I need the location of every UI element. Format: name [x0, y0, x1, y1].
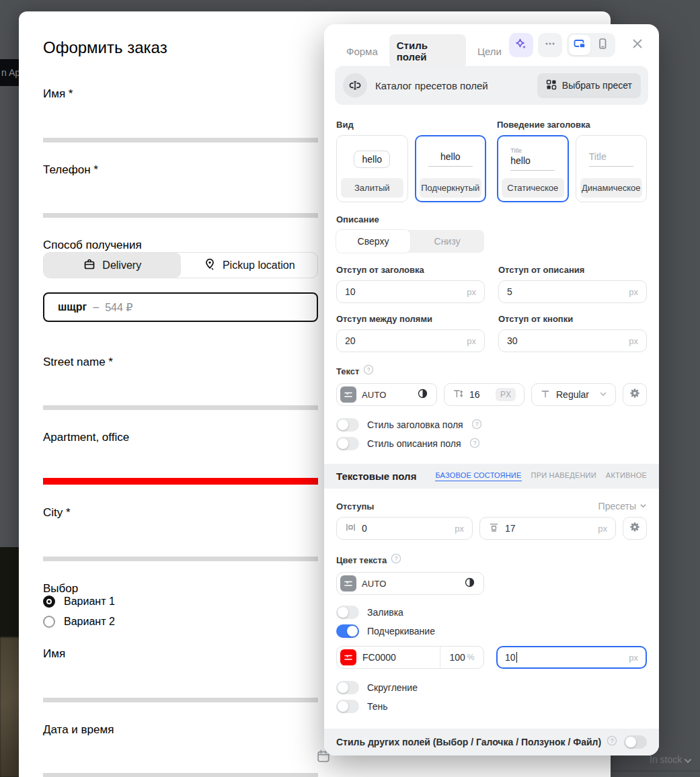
tab-field-style[interactable]: Стиль полей — [389, 34, 466, 68]
shadow-toggle-row: Тень — [336, 700, 647, 713]
description-position-toggle: Сверху Снизу — [336, 230, 484, 253]
description-top-option[interactable]: Сверху — [336, 230, 410, 253]
help-icon[interactable]: ? — [471, 419, 482, 432]
rounding-toggle[interactable] — [336, 681, 359, 694]
behavior-card-dynamic[interactable]: Title Динамическое — [576, 135, 648, 202]
more-options-button[interactable] — [538, 33, 562, 57]
horizontal-padding-input[interactable]: 0 px — [336, 517, 473, 540]
chevron-down-icon — [684, 755, 692, 768]
presets-dropdown[interactable]: Пресеты — [598, 501, 647, 512]
field-title-style-toggle[interactable] — [336, 418, 359, 432]
field-description-style-toggle[interactable] — [336, 437, 359, 450]
font-size-input[interactable]: 16 PX — [444, 383, 524, 406]
sparkle-icon — [514, 36, 529, 54]
paddings-gear-button[interactable] — [623, 517, 647, 540]
tab-goals[interactable]: Цели — [470, 40, 509, 63]
name-field-input[interactable] — [43, 138, 318, 142]
name2-field-input[interactable] — [43, 698, 318, 702]
street-field-label: Street name * — [43, 356, 113, 369]
background-photo — [0, 637, 20, 777]
font-weight-icon — [540, 388, 551, 401]
delivery-tabs: Delivery Pickup location — [43, 252, 318, 278]
delivery-method-label: Способ получения — [43, 239, 142, 252]
underline-color-picker[interactable]: FC0000 100 % — [336, 646, 484, 669]
gear-icon — [629, 521, 641, 536]
spacing-between-input[interactable]: 20 px — [336, 329, 485, 352]
text-color-picker-field[interactable]: AUTO — [336, 572, 484, 595]
product-select-field[interactable]: шщрг – 544 ₽ — [43, 292, 318, 322]
spacing-description-input[interactable]: 5 px — [498, 280, 647, 303]
in-stock-label: In stock — [650, 754, 682, 765]
svg-text:?: ? — [395, 555, 398, 562]
desktop-view-button[interactable] — [569, 35, 590, 55]
contrast-icon — [417, 388, 428, 401]
ai-sparkle-button[interactable] — [509, 33, 533, 57]
city-field-label: City * — [43, 506, 71, 520]
state-tab-hover[interactable]: ПРИ НАВЕДЕНИИ — [531, 471, 596, 481]
horizontal-padding-icon — [345, 522, 356, 535]
choose-preset-button[interactable]: Выбрать пресет — [537, 73, 641, 98]
preset-catalog-banner: Каталог пресетов полей Выбрать пресет — [335, 66, 648, 105]
spacing-title-input[interactable]: 10 px — [336, 280, 485, 303]
underline-thickness-input[interactable]: 10 px — [496, 646, 647, 669]
text-caret — [516, 652, 518, 663]
description-section-label: Описание — [336, 214, 647, 224]
fill-toggle-row: Заливка — [336, 606, 647, 619]
close-panel-button[interactable] — [625, 33, 650, 57]
help-icon[interactable]: ? — [391, 553, 401, 567]
other-fields-style-toggle[interactable] — [624, 735, 647, 749]
vertical-padding-input[interactable]: 17 px — [479, 517, 616, 540]
text-color-picker[interactable]: AUTO — [336, 383, 437, 406]
street-field-input[interactable] — [43, 405, 318, 410]
device-toggle — [567, 33, 615, 57]
state-tab-base[interactable]: БАЗОВОЕ СОСТОЯНИЕ — [435, 471, 521, 481]
shadow-toggle[interactable] — [336, 700, 359, 713]
other-fields-label: Стиль других полей (Выбор / Галочка / По… — [336, 737, 601, 747]
contrast-icon — [464, 577, 475, 590]
datetime-field-input[interactable] — [43, 773, 318, 777]
spacing-button-input[interactable]: 30 px — [498, 329, 647, 352]
name-field-label: Имя * — [43, 87, 73, 101]
map-pin-icon — [203, 257, 217, 274]
svg-text:?: ? — [367, 366, 371, 373]
help-icon[interactable]: ? — [607, 735, 617, 749]
grid-icon — [546, 79, 557, 92]
apartment-field-input-red-underline[interactable] — [43, 478, 318, 485]
text-settings-gear-button[interactable] — [623, 383, 647, 406]
choice-label: Выбор — [43, 582, 78, 596]
description-bottom-option[interactable]: Снизу — [410, 230, 484, 253]
view-card-filled[interactable]: hello Залитый — [336, 135, 408, 202]
px-unit-badge[interactable]: PX — [496, 388, 516, 401]
spacing-button-label: Отступ от кнопки — [498, 314, 647, 324]
radio-option-2[interactable]: Вариант 2 — [43, 616, 115, 628]
radio-selected-icon — [43, 596, 55, 608]
close-icon — [631, 38, 644, 52]
tab-pickup-location[interactable]: Pickup location — [181, 253, 318, 278]
phone-field-label: Телефон * — [43, 163, 98, 177]
tab-delivery[interactable]: Delivery — [44, 253, 181, 278]
city-field-input[interactable] — [43, 557, 318, 561]
mobile-view-button[interactable] — [592, 35, 613, 55]
spacing-between-label: Отступ между полями — [336, 314, 485, 324]
text-color-section-label: Цвет текста — [336, 555, 387, 565]
chevron-down-icon — [599, 389, 607, 400]
phone-field-input[interactable] — [43, 213, 318, 218]
font-weight-select[interactable]: Regular — [531, 383, 616, 406]
behavior-card-static[interactable]: Title hello Статическое — [497, 135, 569, 202]
radio-option-1[interactable]: Вариант 1 — [43, 596, 115, 608]
underline-opacity-input[interactable]: 100 % — [440, 652, 483, 663]
help-icon[interactable]: ? — [469, 438, 480, 450]
title-behavior-section-label: Поведение заголовка — [497, 120, 647, 130]
state-tab-active[interactable]: АКТИВНОЕ — [606, 471, 647, 481]
background-divider — [611, 770, 700, 772]
help-icon[interactable]: ? — [363, 364, 374, 378]
delivery-box-icon — [83, 257, 96, 274]
gear-icon — [629, 387, 641, 402]
view-card-underlined[interactable]: hello Подчеркнутый — [415, 135, 487, 202]
color-swatch-icon — [340, 386, 356, 403]
font-size-icon — [453, 388, 464, 401]
fill-toggle[interactable] — [336, 606, 359, 619]
underline-toggle[interactable] — [336, 624, 359, 638]
more-dots-icon — [544, 38, 556, 52]
tab-form[interactable]: Форма — [339, 40, 385, 63]
